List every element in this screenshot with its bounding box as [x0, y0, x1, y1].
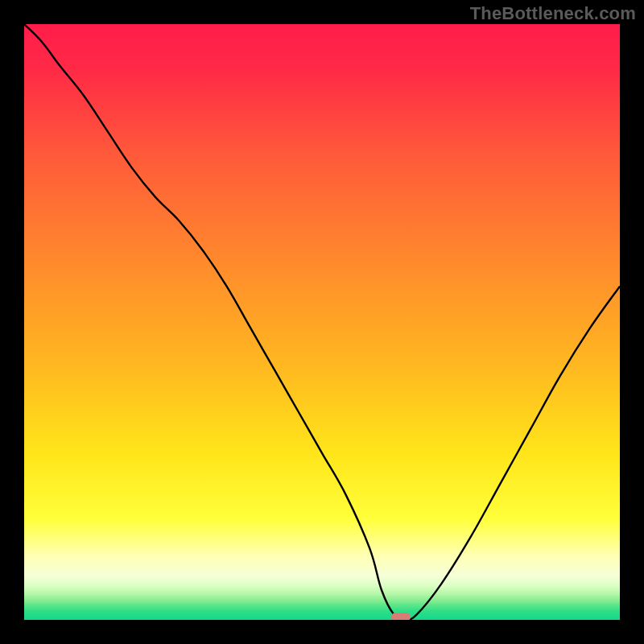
sweet-spot-marker [391, 613, 411, 620]
chart-frame: TheBottleneck.com [0, 0, 644, 644]
curve-layer [24, 24, 620, 620]
plot-area [24, 24, 620, 620]
watermark-text: TheBottleneck.com [470, 3, 636, 24]
bottleneck-curve [24, 24, 620, 620]
